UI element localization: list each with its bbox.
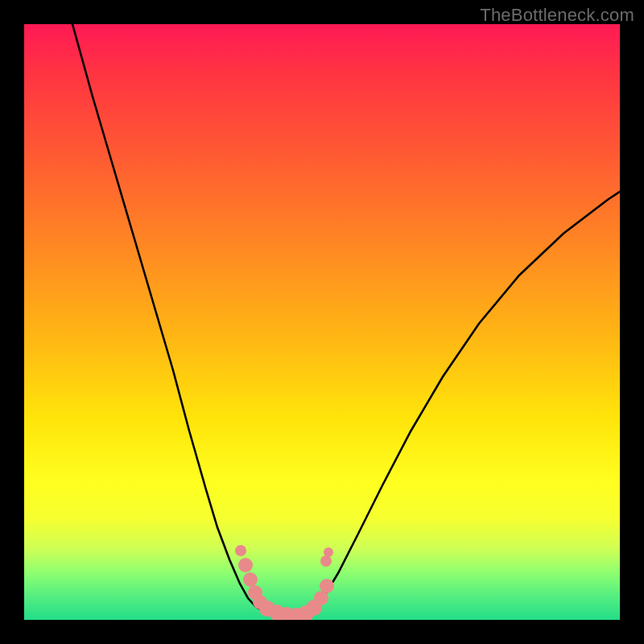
data-marker — [324, 547, 333, 557]
data-marker — [243, 572, 258, 587]
data-marker — [320, 579, 334, 593]
curve-layer — [24, 24, 620, 620]
chart-frame: TheBottleneck.com — [0, 0, 644, 644]
watermark-text: TheBottleneck.com — [480, 5, 634, 26]
data-marker — [320, 555, 332, 567]
data-marker — [235, 545, 246, 556]
data-marker — [238, 558, 253, 572]
bottleneck-curve — [72, 24, 620, 617]
data-markers — [235, 545, 334, 620]
plot-area — [24, 24, 620, 620]
